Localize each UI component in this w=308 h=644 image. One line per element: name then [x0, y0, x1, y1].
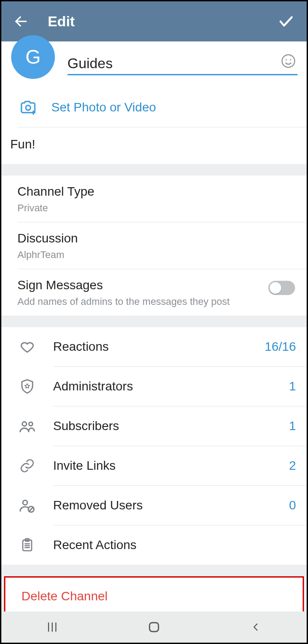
subscribers-value: 1	[289, 419, 296, 433]
recents-button[interactable]	[39, 618, 66, 636]
removed-users-value: 0	[289, 498, 296, 513]
svg-point-9	[23, 500, 27, 505]
set-photo-label: Set Photo or Video	[51, 100, 156, 115]
svg-line-11	[29, 507, 33, 511]
channel-description[interactable]: Fun!	[1, 127, 307, 164]
invite-links-row[interactable]: Invite Links 2	[1, 446, 307, 485]
channel-type-label: Channel Type	[17, 185, 297, 199]
section-gap	[1, 565, 307, 576]
section-gap	[1, 164, 307, 176]
discussion-row[interactable]: Discussion AlphrTeam	[1, 222, 307, 269]
camera-icon	[18, 98, 38, 117]
back-button[interactable]	[12, 12, 30, 30]
svg-point-4	[26, 106, 31, 111]
shield-star-icon	[17, 377, 37, 396]
reactions-label: Reactions	[53, 340, 265, 354]
discussion-label: Discussion	[17, 231, 297, 246]
subscribers-row[interactable]: Subscribers 1	[1, 406, 307, 446]
channel-avatar[interactable]: G	[11, 35, 55, 79]
set-photo-row[interactable]: Set Photo or Video	[1, 90, 307, 127]
heart-icon	[17, 337, 37, 357]
emoji-button[interactable]	[280, 53, 297, 70]
sign-messages-row[interactable]: Sign Messages Add names of admins to the…	[1, 269, 307, 316]
avatar-letter: G	[25, 46, 41, 68]
section-gap	[1, 316, 307, 327]
system-navbar	[1, 611, 307, 643]
svg-point-8	[29, 422, 33, 426]
person-blocked-icon	[17, 496, 37, 515]
administrators-row[interactable]: Administrators 1	[1, 367, 307, 406]
invite-links-label: Invite Links	[53, 459, 289, 473]
svg-point-7	[22, 422, 26, 427]
channel-name-input[interactable]	[67, 53, 279, 75]
clipboard-icon	[17, 535, 37, 555]
svg-point-2	[286, 59, 287, 61]
home-button[interactable]	[141, 618, 167, 636]
page-title: Edit	[48, 13, 276, 30]
channel-type-row[interactable]: Channel Type Private	[1, 176, 307, 222]
recent-actions-row[interactable]: Recent Actions	[1, 525, 307, 565]
input-underline	[67, 74, 298, 75]
sign-messages-toggle[interactable]	[268, 281, 295, 295]
delete-channel-label: Delete Channel	[21, 589, 293, 603]
people-icon	[17, 416, 37, 436]
administrators-label: Administrators	[53, 379, 289, 394]
discussion-value: AlphrTeam	[17, 249, 297, 261]
subscribers-label: Subscribers	[53, 419, 289, 433]
svg-point-1	[282, 55, 295, 67]
confirm-button[interactable]	[276, 12, 296, 31]
recent-actions-label: Recent Actions	[53, 538, 296, 552]
reactions-row[interactable]: Reactions 16/16	[1, 327, 307, 366]
svg-point-3	[290, 59, 291, 61]
sign-messages-sub: Add names of admins to the messages they…	[17, 296, 268, 308]
administrators-value: 1	[289, 379, 296, 394]
removed-users-row[interactable]: Removed Users 0	[1, 486, 307, 525]
invite-links-value: 2	[289, 459, 296, 473]
reactions-value: 16/16	[265, 340, 296, 354]
nav-back-button[interactable]	[242, 618, 269, 636]
sign-messages-label: Sign Messages	[17, 278, 268, 292]
link-icon	[17, 456, 37, 476]
removed-users-label: Removed Users	[53, 498, 289, 513]
svg-rect-20	[150, 623, 158, 632]
channel-type-value: Private	[17, 202, 297, 214]
